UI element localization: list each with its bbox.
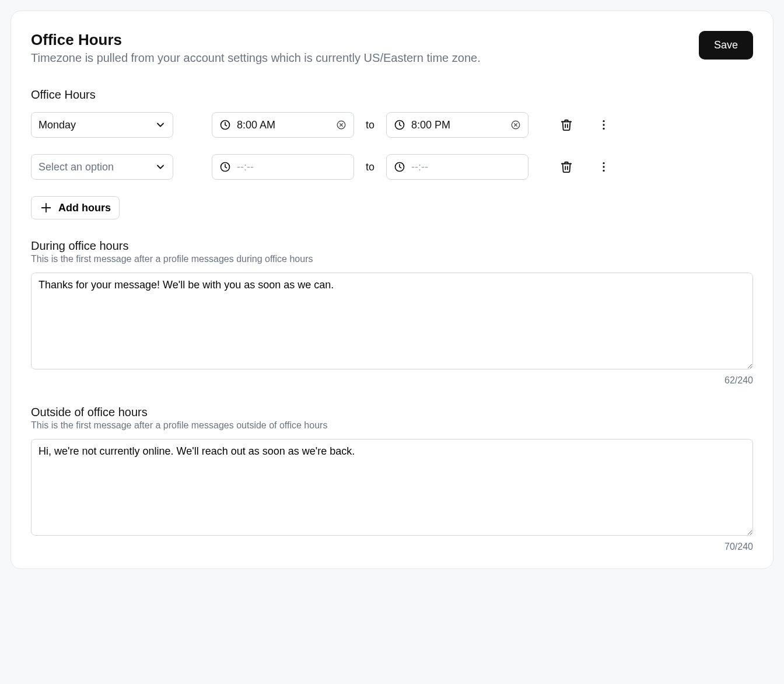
svg-point-9	[603, 124, 604, 125]
to-label: to	[363, 119, 377, 131]
start-time-placeholder: --:--	[237, 161, 346, 173]
plus-icon	[40, 201, 52, 214]
start-time-input[interactable]: 8:00 AM	[212, 112, 354, 138]
day-select[interactable]: Select an option	[31, 154, 173, 180]
clear-start-time-button[interactable]	[336, 120, 346, 130]
day-select[interactable]: Monday	[31, 112, 173, 138]
outside-message-textarea[interactable]	[31, 439, 753, 536]
add-hours-label: Add hours	[58, 202, 111, 214]
svg-point-14	[603, 166, 604, 167]
during-message-textarea[interactable]	[31, 273, 753, 369]
during-block: During office hours This is the first me…	[31, 239, 753, 386]
svg-point-15	[603, 170, 604, 172]
to-label: to	[363, 161, 377, 173]
office-hours-label: Office Hours	[31, 88, 753, 102]
end-time-placeholder: --:--	[411, 161, 521, 173]
clear-end-time-button[interactable]	[510, 120, 521, 130]
day-select-placeholder: Select an option	[38, 161, 114, 173]
svg-point-13	[603, 162, 604, 164]
clock-icon	[394, 161, 405, 173]
more-vertical-icon	[597, 160, 610, 173]
clock-icon	[394, 119, 405, 131]
office-hours-card: Office Hours Timezone is pulled from you…	[10, 11, 774, 569]
during-label: During office hours	[31, 239, 753, 253]
row-actions	[558, 158, 612, 176]
header-row: Office Hours Timezone is pulled from you…	[31, 31, 753, 65]
delete-row-button[interactable]	[558, 158, 575, 176]
outside-block: Outside of office hours This is the firs…	[31, 406, 753, 552]
end-time-input[interactable]: 8:00 PM	[386, 112, 528, 138]
hours-row: Select an option --:-- to --:--	[31, 154, 753, 180]
outside-counter: 70/240	[31, 542, 753, 552]
during-counter: 62/240	[31, 375, 753, 386]
svg-point-8	[603, 120, 604, 122]
outside-label: Outside of office hours	[31, 406, 753, 419]
add-hours-button[interactable]: Add hours	[31, 196, 120, 219]
clock-icon	[219, 161, 231, 173]
trash-icon	[560, 118, 573, 131]
day-select-value: Monday	[38, 119, 76, 131]
end-time-input[interactable]: --:--	[386, 154, 528, 180]
page-title: Office Hours	[31, 31, 481, 49]
save-button[interactable]: Save	[699, 31, 753, 60]
page-subtitle: Timezone is pulled from your account set…	[31, 51, 481, 65]
row-actions	[558, 116, 612, 134]
during-help: This is the first message after a profil…	[31, 254, 753, 264]
svg-point-10	[603, 128, 604, 130]
delete-row-button[interactable]	[558, 116, 575, 134]
start-time-input[interactable]: --:--	[212, 154, 354, 180]
row-more-button[interactable]	[595, 158, 612, 176]
row-more-button[interactable]	[595, 116, 612, 134]
hours-row: Monday 8:00 AM to 8:00 PM	[31, 112, 753, 138]
trash-icon	[560, 160, 573, 173]
clock-icon	[219, 119, 231, 131]
start-time-value: 8:00 AM	[237, 119, 336, 131]
end-time-value: 8:00 PM	[411, 119, 510, 131]
more-vertical-icon	[597, 118, 610, 131]
outside-help: This is the first message after a profil…	[31, 420, 753, 431]
header-texts: Office Hours Timezone is pulled from you…	[31, 31, 481, 65]
